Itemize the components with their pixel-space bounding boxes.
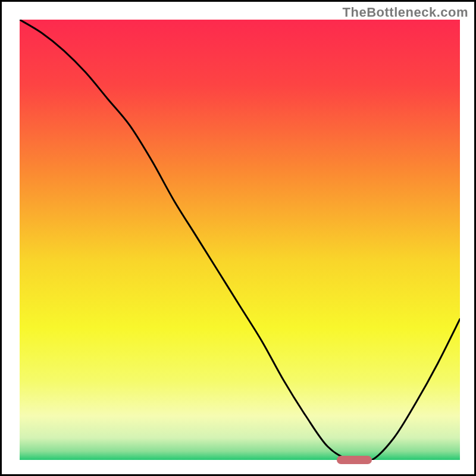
plot-area bbox=[20, 20, 460, 460]
chart-svg bbox=[20, 20, 460, 460]
watermark-text: TheBottleneck.com bbox=[343, 5, 468, 20]
chart-frame: TheBottleneck.com bbox=[0, 0, 476, 476]
optimal-marker bbox=[337, 456, 372, 464]
gradient-background bbox=[20, 20, 460, 460]
